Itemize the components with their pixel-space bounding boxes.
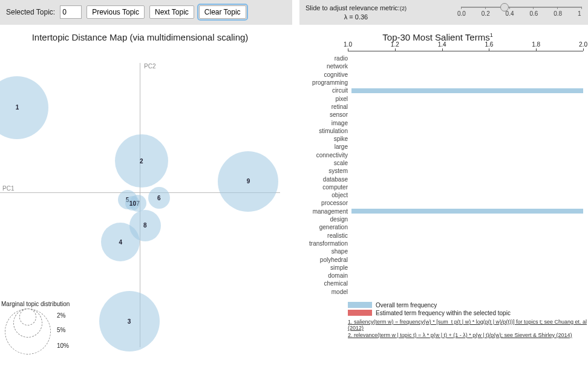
lambda-tick-0.0: 0.0 — [457, 10, 466, 17]
term-row: database — [287, 175, 583, 183]
lambda-tick-0.8: 0.8 — [554, 10, 562, 17]
topic-bubble-8[interactable]: 8 — [129, 210, 161, 241]
topic-bubble-9[interactable]: 9 — [218, 151, 278, 212]
term-row: transformation — [287, 240, 583, 247]
term-row: circuit — [287, 87, 583, 94]
controls-bar: Selected Topic: Previous Topic Next Topi… — [0, 0, 292, 25]
term-row: domain — [287, 272, 583, 279]
term-label[interactable]: chemical — [287, 280, 351, 287]
selected-topic-input[interactable] — [60, 5, 82, 19]
term-row: radio — [287, 54, 583, 62]
xtick-1.4: 1.4 — [438, 41, 446, 48]
lambda-tick-0.4: 0.4 — [506, 10, 514, 17]
term-label[interactable]: connectivity — [287, 152, 351, 158]
term-bars: radionetworkcognitiveprogrammingcircuitp… — [287, 54, 583, 296]
lambda-header: Slide to adjust relevance metric: — [305, 4, 400, 11]
term-label[interactable]: database — [287, 176, 351, 183]
lambda-tick-0.2: 0.2 — [482, 10, 490, 17]
marginal-5pct: 5% — [57, 327, 65, 333]
term-row: generation — [287, 223, 583, 231]
term-label[interactable]: simple — [287, 264, 351, 271]
term-row: computer — [287, 183, 583, 191]
footnotes: 1. saliency(term w) = frequency(w) * [su… — [348, 319, 588, 338]
term-label[interactable]: processor — [287, 200, 351, 206]
term-label[interactable]: retinal — [287, 103, 351, 110]
term-row: polyhedral — [287, 255, 583, 263]
topic-bubble-3[interactable]: 3 — [99, 291, 160, 351]
term-row: processor — [287, 199, 583, 207]
lambda-bar: Slide to adjust relevance metric:(2) λ =… — [299, 0, 588, 25]
xtick-1.0: 1.0 — [344, 41, 352, 48]
term-bar — [351, 88, 583, 93]
term-row: system — [287, 167, 583, 175]
term-row: image — [287, 119, 583, 126]
term-label[interactable]: realistic — [287, 232, 351, 239]
term-row: chemical — [287, 279, 583, 287]
xtick-1.8: 1.8 — [532, 41, 540, 48]
term-label[interactable]: system — [287, 168, 351, 174]
term-row: management — [287, 208, 583, 215]
topic-bubble-2[interactable]: 2 — [115, 134, 168, 188]
term-row: design — [287, 215, 583, 223]
bars-legend: Overall term frequency Estimated term fr… — [348, 302, 588, 316]
term-row: retinal — [287, 103, 583, 111]
slider-track — [461, 7, 582, 8]
next-topic-button[interactable]: Next Topic — [149, 5, 194, 19]
term-row: object — [287, 191, 583, 199]
term-label[interactable]: cognitive — [287, 71, 351, 78]
term-label[interactable]: pixel — [287, 96, 351, 102]
term-row: network — [287, 62, 583, 70]
term-label[interactable]: shape — [287, 248, 351, 255]
term-label[interactable]: computer — [287, 184, 351, 191]
legend-within: Estimated term frequency within the sele… — [376, 310, 511, 316]
footnote-1: 1. saliency(term w) = frequency(w) * [su… — [348, 319, 588, 331]
term-label[interactable]: generation — [287, 224, 351, 230]
mds-title: Intertopic Distance Map (via multidimens… — [0, 32, 280, 42]
marginal-title: Marginal topic distribution — [1, 301, 80, 307]
axis-label-pc1: PC1 — [2, 185, 14, 192]
clear-topic-button[interactable]: Clear Topic — [199, 5, 246, 19]
term-label[interactable]: stimulation — [287, 128, 351, 134]
lambda-value-label: λ = 0.36 — [305, 13, 407, 21]
selected-topic-label: Selected Topic: — [6, 8, 55, 16]
term-row: pixel — [287, 94, 583, 102]
term-label[interactable]: radio — [287, 55, 351, 62]
xtick-2.0: 2.0 — [579, 41, 587, 48]
axis-label-pc2: PC2 — [144, 63, 155, 70]
term-label[interactable]: design — [287, 216, 351, 223]
lambda-footnote-ref: (2) — [400, 5, 407, 11]
topic-bubble-6[interactable]: 6 — [148, 187, 170, 209]
marginal-legend: Marginal topic distribution 2% 5% 10% — [1, 301, 80, 357]
term-label[interactable]: circuit — [287, 87, 351, 94]
term-row: scale — [287, 159, 583, 167]
term-label[interactable]: sensor — [287, 111, 351, 118]
bars-xaxis: 1.01.21.41.61.82.0 — [348, 45, 583, 53]
lambda-slider[interactable]: 0.00.20.40.60.81 — [461, 4, 582, 10]
lambda-tick-1: 1 — [578, 10, 581, 17]
previous-topic-button[interactable]: Previous Topic — [87, 5, 145, 19]
term-label[interactable]: network — [287, 63, 351, 70]
term-label[interactable]: image — [287, 120, 351, 126]
xtick-1.6: 1.6 — [485, 41, 493, 48]
term-label[interactable]: domain — [287, 272, 351, 279]
term-row: sensor — [287, 111, 583, 119]
term-label[interactable]: management — [287, 208, 351, 215]
topic-bubble-1[interactable]: 1 — [0, 76, 48, 139]
term-row: stimulation — [287, 127, 583, 135]
term-label[interactable]: spike — [287, 136, 351, 142]
marginal-10pct: 10% — [57, 342, 69, 349]
term-row: large — [287, 143, 583, 151]
term-row: programming — [287, 79, 583, 87]
term-label[interactable]: transformation — [287, 240, 351, 247]
term-label[interactable]: object — [287, 192, 351, 198]
xtick-1.2: 1.2 — [391, 41, 399, 48]
term-row: realistic — [287, 232, 583, 240]
legend-swatch-within — [348, 310, 372, 316]
term-label[interactable]: model — [287, 289, 351, 295]
term-row: spike — [287, 135, 583, 143]
term-label[interactable]: programming — [287, 79, 351, 86]
legend-overall: Overall term frequency — [376, 302, 437, 309]
term-label[interactable]: polyhedral — [287, 257, 351, 263]
term-label[interactable]: large — [287, 143, 351, 150]
term-label[interactable]: scale — [287, 160, 351, 166]
